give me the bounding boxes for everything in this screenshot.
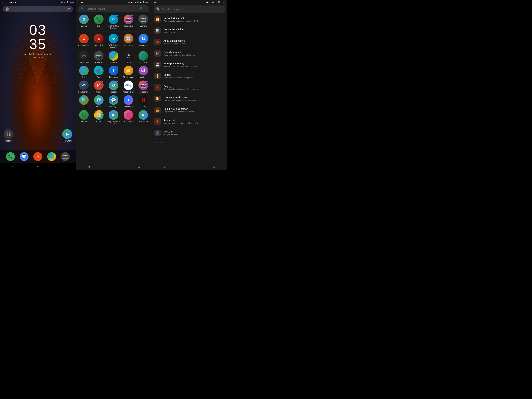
app-gpay[interactable]: GPay Google Pay (122, 81, 135, 93)
settings-security[interactable]: 🔒 Security & lock screen Fingerprint, fa… (152, 104, 227, 116)
app-playmusic[interactable]: 🎵 Play Music (122, 110, 135, 125)
app-instagram-2[interactable]: 📷 Instagram (137, 81, 150, 93)
playstore-icon: ▶ (66, 132, 69, 137)
play-store-label: Play Store (63, 140, 72, 142)
drawer-search-input[interactable] (86, 7, 137, 10)
location-widget[interactable]: ☁ Click to access location (0, 53, 76, 55)
themes-icon: 🎨 (154, 95, 161, 102)
app-calculator[interactable]: 🔢 Calculator (122, 34, 135, 49)
app-filemanager[interactable]: 📁 File Manager (122, 66, 135, 78)
app-duo[interactable]: 📹 Duo (92, 66, 106, 78)
app-google[interactable]: G Google (77, 14, 91, 29)
drawer-more-icon[interactable]: ⋮ (144, 7, 147, 11)
app-photos[interactable]: 🌸 Photos (92, 110, 106, 125)
app-asus-transfer-2[interactable]: ⟳ ASUS Data Transfer (107, 34, 120, 49)
dock-camera[interactable]: 📸 (61, 152, 70, 161)
dock-messages-icon: 💬 (22, 154, 27, 159)
armoury-icon: ⚙ (82, 37, 85, 41)
app-contacts[interactable]: 👤 Contacts (137, 51, 150, 64)
app-armoury-crate[interactable]: ⚙ Armoury Crate (77, 34, 91, 49)
themes-text: Themes & wallpapers Themes, wallpapers, … (164, 96, 200, 101)
contacts-label: Contacts (139, 61, 147, 64)
settings-sounds[interactable]: 🔊 Sounds & vibration Volume, Do not dist… (152, 48, 227, 59)
app-playmovies[interactable]: ▶ Play Movies & TV (107, 110, 120, 125)
chrome-icon: 🌐 (111, 54, 116, 58)
app-phone-2[interactable]: 📞 Phone (77, 110, 91, 125)
accounts-title: Accounts (164, 130, 179, 133)
app-instagram-1[interactable]: 📷 Instagram (122, 14, 135, 29)
home-battery-pct: 68% (70, 1, 74, 3)
app-messages[interactable]: 💬 Messages (107, 95, 120, 108)
app-phone[interactable]: 📞 Phone (92, 14, 106, 29)
settings-fb2-icon: f (205, 1, 206, 3)
facebook-icon: f (113, 68, 114, 73)
app-facebook[interactable]: f Facebook (107, 66, 120, 78)
app-cod[interactable]: 🎮 Call of Duty (77, 51, 91, 64)
settings-advanced[interactable]: ⚙ Advanced Assistive tools, gestures, to… (152, 116, 227, 127)
app-chrome[interactable]: 🌐 Chrome (107, 51, 120, 64)
app-calendar[interactable]: 31 Calendar (137, 34, 150, 49)
settings-search-input[interactable] (162, 8, 222, 11)
playmovies-label: Play Movies & TV (107, 120, 120, 125)
settings-connected-devices[interactable]: 📊 Connected devices Bluetooth, NFC (152, 25, 227, 36)
themes-title: Themes & wallpapers (164, 96, 200, 99)
settings-back-button[interactable]: ◁ (163, 165, 165, 168)
google-folder[interactable]: Google (4, 129, 13, 142)
dock-armoury[interactable]: ⚙ (33, 152, 42, 161)
settings-dot: • (210, 1, 211, 3)
app-playstore-2[interactable]: ▶ Play Store (137, 110, 150, 125)
app-netflix[interactable]: N Netflix (137, 95, 150, 108)
settings-network[interactable]: 📶 Network & internet Wi-Fi, mobile, data… (152, 14, 227, 25)
app-clock[interactable]: ◔ Clock (122, 51, 135, 64)
settings-accounts[interactable]: 👤 Accounts Google, Facebook (152, 127, 227, 139)
settings-battery[interactable]: 🔋 Battery More than 2 days remaining (68… (152, 70, 227, 82)
drawer-photo-icon: □ (133, 1, 134, 3)
maps-icon: 🗺 (97, 98, 101, 102)
settings-recents-button[interactable]: □ (214, 165, 215, 168)
app-gmail[interactable]: M Gmail (92, 81, 106, 93)
settings-display[interactable]: ☀ Display Brightness level, Splendid, Na… (152, 82, 227, 93)
drawer-mic-icon[interactable]: 🎤 (139, 7, 142, 11)
settings-search-bar[interactable]: 🔍 (154, 6, 225, 13)
drawer-back-button[interactable]: ◁ (88, 165, 89, 168)
app-drive[interactable]: △ Drive (77, 66, 91, 78)
app-asus-transfer-1[interactable]: ⟳ ASUS Data Transfer (107, 14, 120, 29)
app-asphalt9[interactable]: 🏎 Asphalt 9 (92, 34, 106, 49)
drawer-home-button[interactable]: ○ (113, 165, 115, 168)
display-icon: ☀ (154, 84, 161, 91)
app-camera-2[interactable]: 📷 Camera (92, 51, 106, 64)
home-button[interactable]: ○ (37, 165, 39, 168)
app-gallery[interactable]: 🖼 Gallery (137, 66, 150, 78)
app-geekbench[interactable]: G5 Geekbench 5 (77, 81, 91, 93)
dock-chrome[interactable]: 🌐 (47, 152, 56, 161)
instagram-icon-2: 📷 (141, 83, 146, 88)
app-lens[interactable]: 🔍 Lens (77, 95, 91, 108)
back-button[interactable]: ◁ (12, 165, 14, 168)
filemanager-icon: 📁 (126, 68, 131, 73)
drawer-recents-button[interactable]: □ (138, 165, 140, 168)
app-camera-1[interactable]: 📸 Camera (137, 14, 150, 29)
asus-transfer-label-1: ASUS Data Transfer (107, 25, 120, 29)
settings-storage[interactable]: 💾 Storage & memory Storage: 23% used, Me… (152, 59, 227, 70)
recents-button[interactable]: □ (62, 165, 64, 168)
dock-chrome-icon: 🌐 (49, 154, 54, 159)
settings-apps[interactable]: ⊞ Apps & notifications Permissions, defa… (152, 36, 227, 48)
mic-icon[interactable]: 🎤 (66, 7, 70, 11)
status-icons-right: 🔊 ▲ 🔋 68% (61, 1, 74, 3)
app-google-2[interactable]: G Google (107, 81, 120, 93)
google-search-bar[interactable]: 🎤 (3, 6, 73, 12)
status-time-left: 03:35 f f ▣ ✉ • (2, 1, 16, 3)
clock-minute: 35 (0, 37, 76, 51)
settings-status-icons: f f ▣ □ • 🔊 ▲ 🔋 68% (203, 1, 225, 3)
drawer-search-bar[interactable]: 🔍 🎤 ⋮ (78, 6, 149, 12)
settings-themes[interactable]: 🎨 Themes & wallpapers Themes, wallpapers… (152, 93, 227, 104)
apps-notif-title: Apps & notifications (164, 39, 186, 42)
ig2-notif-dot (146, 81, 148, 83)
settings-home-button[interactable]: ○ (189, 165, 190, 168)
dock-messages[interactable]: 💬 (20, 152, 29, 161)
app-maps[interactable]: 🗺 Maps (92, 95, 106, 108)
accounts-subtitle: Google, Facebook (164, 133, 179, 135)
app-messenger[interactable]: ✈ Messenger (122, 95, 135, 108)
dock-phone[interactable]: 📞 (6, 152, 15, 161)
play-store-shortcut[interactable]: ▶ Play Store (62, 129, 72, 142)
